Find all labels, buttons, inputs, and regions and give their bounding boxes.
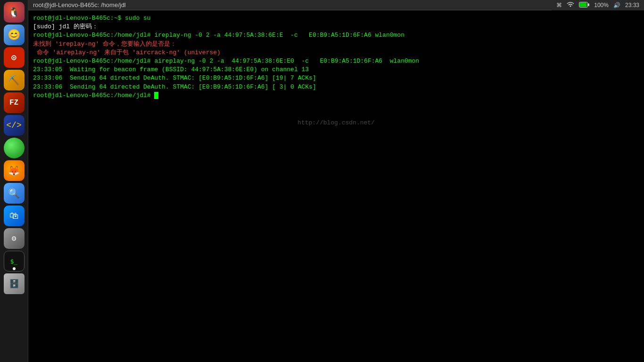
terminal-line-hidden: root@jdl-Lenovo-B465c:/home/jdl# ireplay… bbox=[33, 31, 639, 40]
terminal-line-4: 命令 'aireplay-ng' 来自于包 'aircrack-ng' (uni… bbox=[33, 49, 639, 57]
terminal-prompt: root@jdl-Lenovo-B465c:/home/jdl# bbox=[33, 91, 639, 100]
terminal-line-3: 未找到 'ireplay-ng' 命令，您要输入的是否是： bbox=[33, 40, 639, 49]
cmd-icon: ⌘ bbox=[556, 2, 562, 8]
dock-sphere[interactable] bbox=[4, 138, 25, 158]
terminal-cursor bbox=[154, 92, 158, 99]
battery-percent: 100% bbox=[594, 2, 609, 8]
dock-filezilla[interactable]: FZ bbox=[4, 92, 25, 113]
dock-dev[interactable]: </> bbox=[4, 115, 25, 136]
dock-storage[interactable]: 🗄️ bbox=[4, 273, 25, 294]
dock-firefox[interactable]: 🦊 bbox=[4, 160, 25, 181]
dock-mining[interactable]: ⛏️ bbox=[4, 70, 25, 90]
terminal-line-5: root@jdl-Lenovo-B465c:/home/jdl# airepla… bbox=[33, 57, 639, 66]
terminal[interactable]: root@jdl-Lenovo-B465c:~$ sudo su [sudo] … bbox=[28, 10, 644, 362]
dock-compressor[interactable]: ⚙️ bbox=[4, 228, 25, 249]
dock: 🐧 😊 ⊙ ⛏️ FZ </> 🦊 🔍 🛍 ⚙️ $_ 🗄️ bbox=[0, 0, 28, 362]
terminal-line-8: 23:33:06 Sending 64 directed DeAuth. STM… bbox=[33, 83, 639, 91]
dock-appstore[interactable]: 🛍 bbox=[4, 206, 25, 226]
dock-finder[interactable]: 😊 bbox=[4, 25, 25, 45]
watermark: http://blog.csdn.net/ bbox=[33, 119, 639, 127]
battery-icon bbox=[579, 2, 589, 9]
clock: 23:33 bbox=[625, 2, 639, 8]
terminal-line-7: 23:33:06 Sending 64 directed DeAuth. STM… bbox=[33, 74, 639, 82]
dock-ubuntu[interactable]: 🐧 bbox=[4, 2, 25, 23]
terminal-line-2: [sudo] jdl 的密码： bbox=[33, 23, 639, 31]
dock-red-app[interactable]: ⊙ bbox=[4, 47, 25, 68]
window-title: root@jdl-Lenovo-B465c: /home/jdl bbox=[33, 1, 639, 8]
dock-terminal[interactable]: $_ bbox=[4, 251, 25, 272]
main-area: root@jdl-Lenovo-B465c: /home/jdl root@jd… bbox=[28, 0, 644, 362]
volume-icon: 🔊 bbox=[613, 2, 620, 8]
terminal-line-1: root@jdl-Lenovo-B465c:~$ sudo su bbox=[33, 14, 639, 23]
svg-rect-1 bbox=[580, 2, 587, 7]
dock-finder2[interactable]: 🔍 bbox=[4, 183, 25, 204]
terminal-line-6: 23:33:05 Waiting for beacon frame (BSSID… bbox=[33, 66, 639, 74]
svg-rect-2 bbox=[588, 3, 589, 6]
menubar: ⌘ 100% 🔊 23:33 bbox=[552, 0, 644, 10]
wifi-icon bbox=[567, 2, 574, 9]
